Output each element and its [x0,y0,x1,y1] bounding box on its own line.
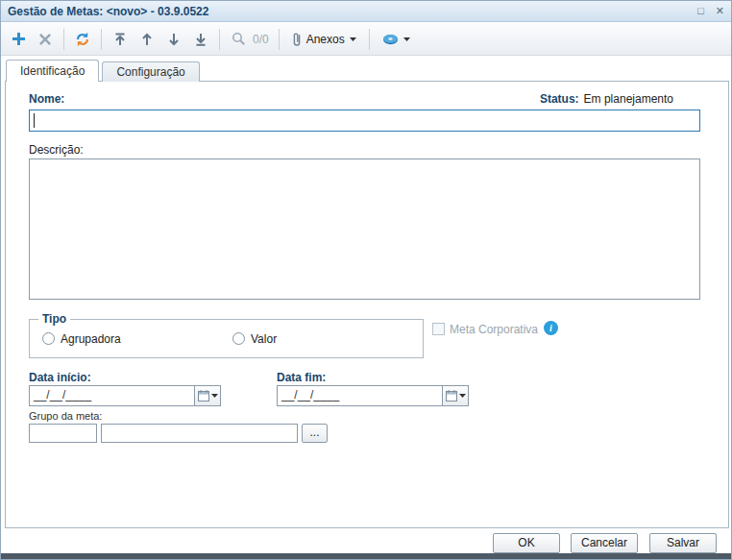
chevron-down-icon [459,394,466,398]
anexos-label: Anexos [306,33,345,46]
toolbar: 0/0 Anexos [1,23,731,56]
arrow-down-icon [168,33,180,46]
salvar-button[interactable]: Salvar [649,533,717,553]
window-controls: □ ✕ [697,6,724,16]
meta-corporativa-checkbox[interactable] [432,323,445,335]
grupo-meta-name-input[interactable] [101,424,298,443]
text-caret [34,113,35,128]
search-counter: 0/0 [253,33,269,46]
toolbar-separator [101,29,102,50]
radio-valor-label: Valor [251,332,277,346]
move-top-button[interactable] [108,27,133,52]
cancelar-button[interactable]: Cancelar [571,533,638,553]
move-up-button[interactable] [134,27,159,52]
window-title: Gestão de Metas: <novo> - 03.9.0522 [8,5,208,18]
info-icon[interactable]: i [544,321,558,335]
status-label: Status: [540,92,579,106]
chevron-down-icon [403,37,410,41]
tab-configuracao[interactable]: Configuração [102,61,199,82]
refresh-button[interactable] [70,27,95,52]
meta-corporativa-label: Meta Corporativa [450,323,538,336]
app-window: Gestão de Metas: <novo> - 03.9.0522 □ ✕ [0,0,732,560]
descricao-label: Descrição: [29,143,84,157]
descricao-textarea[interactable] [29,158,700,300]
paperclip-icon [292,32,302,47]
disc-icon [382,34,399,45]
toolbar-separator [279,29,280,50]
tab-identificacao[interactable]: Identificação [6,60,99,82]
arrow-up-icon [141,33,153,46]
add-button[interactable] [6,27,31,52]
tipo-group-label: Tipo [38,312,70,326]
data-inicio-label: Data início: [29,371,91,384]
export-button[interactable] [376,27,417,52]
tab-content-panel: Nome: Status: Em planejamento Descrição:… [5,81,729,528]
maximize-button[interactable]: □ [697,6,704,16]
toolbar-separator [219,29,220,50]
status-row: Status: Em planejamento [540,92,673,106]
radio-valor[interactable] [232,332,245,345]
grupo-meta-browse-button[interactable]: ... [302,424,328,443]
grupo-meta-code-input[interactable] [29,424,97,443]
window-bottom-edge [1,553,731,559]
calendar-icon [446,390,457,402]
toolbar-separator [369,29,370,50]
move-down-button[interactable] [161,27,186,52]
chevron-down-icon [350,37,356,41]
data-fim-calendar-button[interactable] [442,385,469,406]
x-icon [39,34,51,45]
ok-button[interactable]: OK [493,533,560,553]
move-bottom-button[interactable] [188,27,213,52]
calendar-icon [198,390,209,402]
refresh-icon [75,32,90,47]
search-icon [232,32,246,46]
anexos-button[interactable]: Anexos [285,27,363,52]
chevron-down-icon [211,394,218,398]
close-button[interactable]: ✕ [716,6,724,16]
data-fim-label: Data fim: [277,371,326,384]
radio-agrupadora[interactable] [42,332,55,345]
nome-input[interactable] [29,110,700,132]
tab-strip: Identificação Configuração [6,60,203,82]
plus-icon [12,33,25,45]
arrow-down-to-bar-icon [195,33,207,46]
data-fim-field: __/__/____ [277,385,469,406]
delete-button[interactable] [33,27,58,52]
nome-label: Nome: [29,92,64,106]
data-inicio-field: __/__/____ [29,385,221,406]
search-button[interactable] [226,27,251,52]
titlebar[interactable]: Gestão de Metas: <novo> - 03.9.0522 □ ✕ [1,1,731,22]
radio-agrupadora-label: Agrupadora [61,332,121,346]
grupo-meta-label: Grupo da meta: [29,410,102,422]
data-fim-input[interactable]: __/__/____ [277,385,443,406]
data-inicio-input[interactable]: __/__/____ [29,385,195,406]
toolbar-separator [63,29,64,50]
arrow-up-to-bar-icon [114,33,126,46]
status-value: Em planejamento [584,92,673,106]
data-inicio-calendar-button[interactable] [194,385,221,406]
